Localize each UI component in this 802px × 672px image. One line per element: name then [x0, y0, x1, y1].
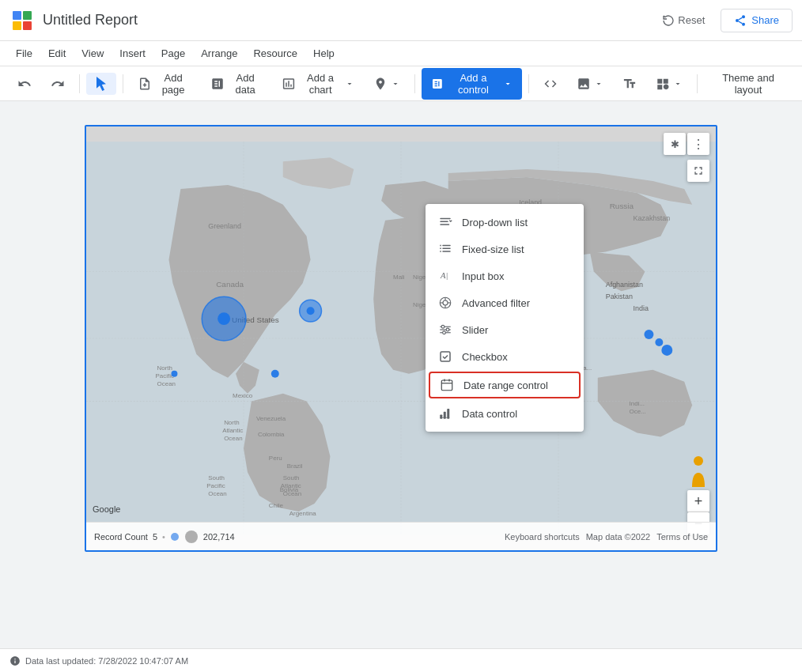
map-background: Greenland Canada United States North Pac…	[86, 126, 716, 550]
google-watermark: Google	[93, 504, 120, 514]
add-control-dropdown: Drop-down list Fixed-size list A| Input …	[426, 204, 584, 432]
svg-point-98	[443, 331, 446, 334]
street-view-person[interactable]	[687, 455, 709, 487]
svg-text:A|: A|	[440, 271, 448, 280]
svg-text:Pacific: Pacific	[156, 372, 174, 379]
last-updated-text: Data last updated: 7/28/2022 10:47:07 AM	[25, 656, 188, 666]
svg-rect-84	[440, 251, 441, 252]
svg-point-72	[655, 338, 663, 346]
add-control-chevron	[503, 78, 513, 89]
image-button[interactable]	[569, 73, 611, 95]
connect-icon	[373, 77, 388, 91]
svg-rect-77	[440, 218, 451, 220]
svg-point-71	[644, 330, 653, 339]
menu-fixed-size-list[interactable]: Fixed-size list	[426, 236, 584, 262]
map-fullscreen-button[interactable]	[687, 160, 709, 182]
divider-3	[414, 74, 415, 93]
svg-rect-80	[440, 245, 441, 247]
svg-rect-83	[442, 248, 451, 250]
add-control-button[interactable]: Add a control	[422, 68, 522, 100]
menu-page[interactable]: Page	[155, 44, 191, 62]
svg-text:Canada: Canada	[216, 280, 244, 289]
svg-rect-2	[13, 21, 21, 30]
svg-text:Argentina: Argentina	[289, 510, 317, 517]
share-button[interactable]: Share	[721, 9, 793, 32]
map-pin-button[interactable]: ✱	[664, 133, 686, 155]
slider-icon	[438, 323, 452, 337]
record-count-value: 5	[153, 532, 157, 542]
svg-point-68	[307, 307, 315, 315]
svg-text:Mali: Mali	[393, 274, 405, 281]
menu-advanced-filter[interactable]: Advanced filter	[426, 289, 584, 316]
checkbox-icon	[438, 349, 452, 364]
svg-text:Peru: Peru	[269, 455, 282, 462]
title-bar: Untitled Report Reset Share	[0, 0, 802, 41]
svg-point-74	[694, 456, 703, 466]
add-control-icon	[431, 77, 444, 91]
record-count-label: Record Count	[94, 532, 148, 542]
svg-text:Bolivia: Bolivia	[280, 486, 299, 493]
add-page-button[interactable]: Add page	[130, 68, 200, 100]
svg-rect-81	[442, 245, 451, 247]
menu-input-box[interactable]: A| Input box	[426, 262, 584, 289]
terms-link[interactable]: Terms of Use	[656, 532, 708, 542]
menu-file[interactable]: File	[9, 44, 39, 62]
divider-4	[528, 74, 529, 93]
map-top-controls: ✱ ⋮	[664, 133, 709, 155]
menu-edit[interactable]: Edit	[42, 44, 72, 62]
pointer-button[interactable]	[86, 73, 116, 95]
menu-data-control[interactable]: Data control	[426, 400, 584, 427]
add-chart-button[interactable]: Add a chart	[274, 68, 362, 100]
person-icon	[687, 455, 709, 487]
zoom-in-button[interactable]: +	[687, 490, 709, 512]
menu-resource[interactable]: Resource	[247, 44, 304, 62]
fixed-size-list-icon	[438, 242, 452, 256]
shapes-button[interactable]	[648, 73, 690, 95]
menu-date-range-control[interactable]: Date range control	[429, 372, 581, 398]
menu-view[interactable]: View	[75, 44, 110, 62]
svg-text:Indi...: Indi...	[630, 400, 645, 407]
svg-text:India: India	[634, 304, 649, 312]
svg-rect-100	[441, 380, 452, 391]
info-icon	[9, 655, 21, 666]
reset-button[interactable]: Reset	[653, 9, 714, 32]
svg-rect-104	[440, 415, 442, 419]
connect-button[interactable]	[365, 73, 408, 95]
svg-point-69	[271, 370, 279, 378]
menu-dropdown-list[interactable]: Drop-down list	[426, 209, 584, 236]
svg-text:Colombia: Colombia	[258, 431, 285, 438]
divider-1	[79, 74, 80, 93]
redo-button[interactable]	[43, 73, 73, 95]
code-button[interactable]	[535, 73, 566, 95]
theme-layout-button[interactable]: Theme and layout	[704, 68, 793, 100]
bullet-dot: •	[162, 532, 165, 542]
svg-text:Afghanistan: Afghanistan	[606, 281, 643, 289]
svg-rect-1	[23, 11, 32, 20]
canvas-area: Greenland Canada United States North Pac…	[0, 101, 802, 648]
svg-text:Ocean: Ocean	[224, 435, 242, 442]
keyboard-shortcuts-link[interactable]: Keyboard shortcuts	[505, 532, 580, 542]
menu-checkbox[interactable]: Checkbox	[426, 343, 584, 370]
undo-button[interactable]	[9, 73, 40, 95]
menu-help[interactable]: Help	[307, 44, 341, 62]
svg-point-73	[661, 345, 672, 356]
svg-point-97	[446, 328, 449, 331]
dropdown-list-icon	[438, 215, 452, 229]
svg-text:Pakistan: Pakistan	[606, 293, 633, 300]
menu-arrange[interactable]: Arrange	[195, 44, 244, 62]
svg-text:Ocean: Ocean	[208, 490, 226, 497]
svg-rect-85	[442, 251, 451, 252]
toolbar: Add page Add data Add a chart Add a cont…	[0, 66, 802, 101]
svg-text:Venezuela: Venezuela	[256, 415, 286, 422]
menu-slider[interactable]: Slider	[426, 316, 584, 343]
map-container[interactable]: Greenland Canada United States North Pac…	[85, 125, 717, 552]
map-more-button[interactable]: ⋮	[687, 133, 709, 155]
svg-point-96	[441, 325, 445, 328]
add-data-button[interactable]: Add data	[202, 68, 270, 100]
svg-line-8	[739, 17, 743, 20]
menu-insert[interactable]: Insert	[113, 44, 152, 62]
world-map-svg: Greenland Canada United States North Pac…	[86, 126, 716, 550]
svg-point-75	[171, 533, 179, 541]
svg-text:Brazil: Brazil	[287, 462, 303, 470]
text-button[interactable]	[615, 73, 645, 95]
